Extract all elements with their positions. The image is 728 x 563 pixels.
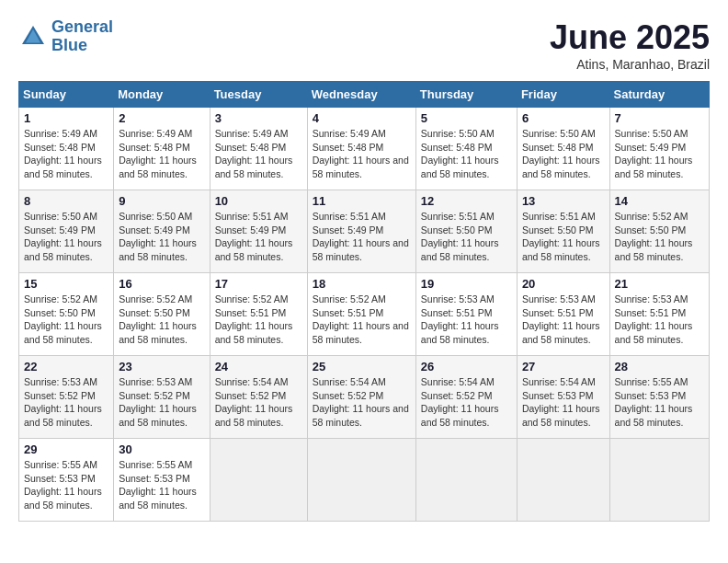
day-number: 24 [215,360,302,373]
calendar-cell: 19Sunrise: 5:53 AMSunset: 5:51 PMDayligh… [415,273,517,356]
day-number: 4 [313,111,411,125]
logo-icon [18,22,48,52]
calendar-body: 1Sunrise: 5:49 AMSunset: 5:48 PMDaylight… [19,108,710,522]
calendar-cell [517,439,609,522]
calendar-cell: 17Sunrise: 5:52 AMSunset: 5:51 PMDayligh… [210,273,307,356]
day-detail: Sunrise: 5:50 AMSunset: 5:49 PMDaylight:… [119,210,204,264]
day-detail: Sunrise: 5:51 AMSunset: 5:50 PMDaylight:… [421,210,512,264]
day-number: 15 [24,277,108,291]
calendar-header: SundayMondayTuesdayWednesdayThursdayFrid… [19,82,710,108]
day-number: 26 [421,360,512,373]
day-detail: Sunrise: 5:53 AMSunset: 5:52 PMDaylight:… [24,375,108,430]
day-detail: Sunrise: 5:54 AMSunset: 5:52 PMDaylight:… [313,375,411,430]
day-number: 19 [421,277,512,291]
calendar-cell: 23Sunrise: 5:53 AMSunset: 5:52 PMDayligh… [114,356,210,439]
header-day-sunday: Sunday [19,82,114,108]
day-detail: Sunrise: 5:51 AMSunset: 5:50 PMDaylight:… [522,210,605,264]
header-row: SundayMondayTuesdayWednesdayThursdayFrid… [19,82,710,108]
day-number: 16 [119,277,204,291]
day-detail: Sunrise: 5:54 AMSunset: 5:53 PMDaylight:… [522,375,605,430]
calendar-cell [210,439,307,522]
day-detail: Sunrise: 5:52 AMSunset: 5:51 PMDaylight:… [215,293,302,347]
day-detail: Sunrise: 5:52 AMSunset: 5:50 PMDaylight:… [24,293,108,347]
calendar-cell: 1Sunrise: 5:49 AMSunset: 5:48 PMDaylight… [19,108,114,190]
calendar-cell: 8Sunrise: 5:50 AMSunset: 5:49 PMDaylight… [19,190,114,273]
day-number: 11 [313,194,411,208]
header-day-thursday: Thursday [415,82,517,108]
day-number: 17 [215,277,302,291]
day-detail: Sunrise: 5:55 AMSunset: 5:53 PMDaylight:… [615,375,704,430]
calendar-week-2: 8Sunrise: 5:50 AMSunset: 5:49 PMDaylight… [19,190,710,273]
calendar-cell [609,439,709,522]
calendar-cell: 14Sunrise: 5:52 AMSunset: 5:50 PMDayligh… [609,190,709,273]
logo-text: General Blue [51,18,113,55]
day-number: 5 [421,111,512,125]
day-detail: Sunrise: 5:55 AMSunset: 5:53 PMDaylight:… [119,458,204,512]
day-detail: Sunrise: 5:52 AMSunset: 5:50 PMDaylight:… [119,293,204,347]
day-number: 28 [615,360,704,373]
day-number: 14 [615,194,704,208]
calendar-week-5: 29Sunrise: 5:55 AMSunset: 5:53 PMDayligh… [19,439,710,522]
calendar-cell: 22Sunrise: 5:53 AMSunset: 5:52 PMDayligh… [19,356,114,439]
calendar-cell: 16Sunrise: 5:52 AMSunset: 5:50 PMDayligh… [114,273,210,356]
header-day-wednesday: Wednesday [307,82,415,108]
day-number: 27 [522,360,605,373]
location-subtitle: Atins, Maranhao, Brazil [550,57,710,72]
day-number: 3 [215,111,302,125]
header-day-tuesday: Tuesday [210,82,307,108]
day-detail: Sunrise: 5:49 AMSunset: 5:48 PMDaylight:… [313,127,411,181]
calendar-cell: 26Sunrise: 5:54 AMSunset: 5:52 PMDayligh… [415,356,517,439]
day-number: 8 [24,194,108,208]
day-detail: Sunrise: 5:54 AMSunset: 5:52 PMDaylight:… [215,375,302,430]
day-number: 20 [522,277,605,291]
calendar-cell: 6Sunrise: 5:50 AMSunset: 5:48 PMDaylight… [517,108,609,190]
calendar-cell: 28Sunrise: 5:55 AMSunset: 5:53 PMDayligh… [609,356,709,439]
day-number: 6 [522,111,605,125]
day-number: 10 [215,194,302,208]
day-number: 1 [24,111,108,125]
day-detail: Sunrise: 5:49 AMSunset: 5:48 PMDaylight:… [119,127,204,181]
day-detail: Sunrise: 5:50 AMSunset: 5:49 PMDaylight:… [24,210,108,264]
logo: General Blue [18,18,113,55]
calendar-cell: 20Sunrise: 5:53 AMSunset: 5:51 PMDayligh… [517,273,609,356]
calendar-week-3: 15Sunrise: 5:52 AMSunset: 5:50 PMDayligh… [19,273,710,356]
day-number: 21 [615,277,704,291]
calendar-cell: 4Sunrise: 5:49 AMSunset: 5:48 PMDaylight… [307,108,415,190]
calendar-table: SundayMondayTuesdayWednesdayThursdayFrid… [18,81,710,522]
day-number: 13 [522,194,605,208]
page-header: General Blue June 2025 Atins, Maranhao, … [18,18,710,72]
calendar-cell: 15Sunrise: 5:52 AMSunset: 5:50 PMDayligh… [19,273,114,356]
header-day-saturday: Saturday [609,82,709,108]
day-number: 18 [313,277,411,291]
calendar-week-4: 22Sunrise: 5:53 AMSunset: 5:52 PMDayligh… [19,356,710,439]
calendar-cell: 21Sunrise: 5:53 AMSunset: 5:51 PMDayligh… [609,273,709,356]
calendar-cell: 12Sunrise: 5:51 AMSunset: 5:50 PMDayligh… [415,190,517,273]
day-number: 9 [119,194,204,208]
day-detail: Sunrise: 5:53 AMSunset: 5:51 PMDaylight:… [421,293,512,347]
day-detail: Sunrise: 5:52 AMSunset: 5:51 PMDaylight:… [313,293,411,347]
day-detail: Sunrise: 5:50 AMSunset: 5:48 PMDaylight:… [421,127,512,181]
calendar-week-1: 1Sunrise: 5:49 AMSunset: 5:48 PMDaylight… [19,108,710,190]
day-detail: Sunrise: 5:52 AMSunset: 5:50 PMDaylight:… [615,210,704,264]
month-title: June 2025 [550,18,710,57]
calendar-cell: 7Sunrise: 5:50 AMSunset: 5:49 PMDaylight… [609,108,709,190]
day-number: 2 [119,111,204,125]
day-number: 23 [119,360,204,373]
calendar-cell: 10Sunrise: 5:51 AMSunset: 5:49 PMDayligh… [210,190,307,273]
calendar-cell: 18Sunrise: 5:52 AMSunset: 5:51 PMDayligh… [307,273,415,356]
day-number: 22 [24,360,108,373]
calendar-cell [307,439,415,522]
calendar-cell: 5Sunrise: 5:50 AMSunset: 5:48 PMDaylight… [415,108,517,190]
calendar-cell: 13Sunrise: 5:51 AMSunset: 5:50 PMDayligh… [517,190,609,273]
day-detail: Sunrise: 5:50 AMSunset: 5:49 PMDaylight:… [615,127,704,181]
day-number: 25 [313,360,411,373]
day-detail: Sunrise: 5:49 AMSunset: 5:48 PMDaylight:… [24,127,108,181]
day-number: 30 [119,442,204,456]
calendar-cell: 2Sunrise: 5:49 AMSunset: 5:48 PMDaylight… [114,108,210,190]
calendar-cell: 29Sunrise: 5:55 AMSunset: 5:53 PMDayligh… [19,439,114,522]
day-detail: Sunrise: 5:50 AMSunset: 5:48 PMDaylight:… [522,127,605,181]
day-detail: Sunrise: 5:53 AMSunset: 5:52 PMDaylight:… [119,375,204,430]
calendar-cell [415,439,517,522]
day-number: 7 [615,111,704,125]
day-number: 29 [24,442,108,456]
